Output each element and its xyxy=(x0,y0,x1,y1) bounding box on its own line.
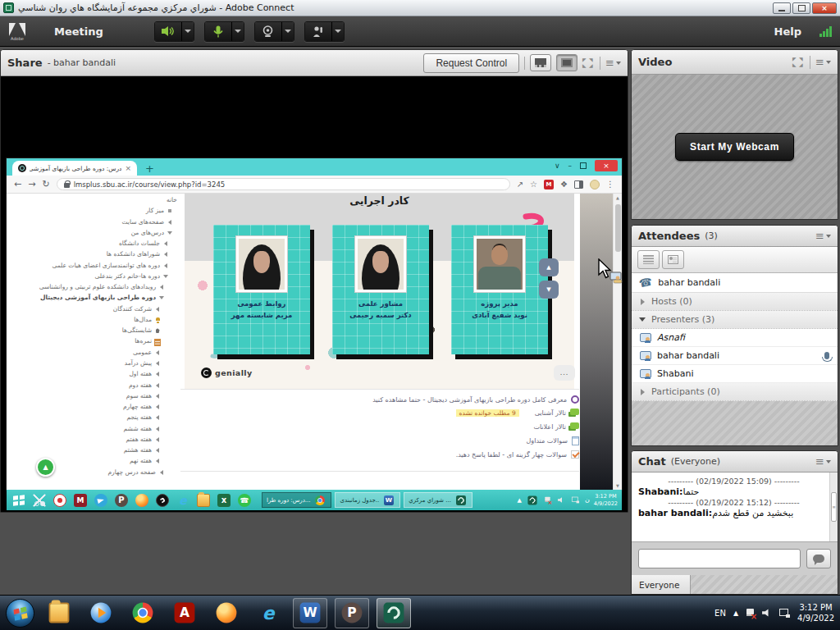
tab-close-icon[interactable]: × xyxy=(125,165,131,172)
internet-explorer-button[interactable] xyxy=(175,491,191,509)
speaker-options-caret[interactable] xyxy=(181,22,194,41)
activity-link[interactable]: معرفی کامل دوره طراحی بازیهای آموزشی دیج… xyxy=(180,393,579,406)
sidebar-link[interactable]: دوره ها-خانم دکتر بندعلی xyxy=(18,272,177,282)
attendee-row[interactable]: bahar bandali xyxy=(632,347,838,365)
start-orb-button[interactable] xyxy=(6,599,34,628)
sidebar-link[interactable]: پیش درآمد xyxy=(18,358,177,369)
action-center-flag-icon[interactable] xyxy=(746,608,755,619)
raise-hand-button[interactable] xyxy=(305,22,331,41)
status-options-caret[interactable] xyxy=(331,22,344,41)
scroll-to-top-button[interactable]: ▲ xyxy=(36,458,55,477)
scrollbar-thumb[interactable] xyxy=(615,204,621,252)
sidebar-link[interactable]: هفته چهارم xyxy=(18,402,177,413)
fullscreen-icon[interactable]: ◤◥◣◢ xyxy=(582,57,595,68)
browser-maximize-button[interactable] xyxy=(580,162,587,169)
volume-icon[interactable] xyxy=(762,609,772,618)
maktabkhooneh-button[interactable] xyxy=(72,491,89,509)
hidden-icons-caret[interactable]: ▲ xyxy=(518,497,522,504)
language-indicator[interactable]: ن xyxy=(585,496,590,504)
language-indicator[interactable]: EN xyxy=(714,609,726,618)
side-panel-icon[interactable] xyxy=(574,180,583,189)
word-window-button[interactable]: ..جدول زمانبندی xyxy=(335,492,400,508)
sidebar-link[interactable]: هفته هفتم xyxy=(18,435,177,445)
whatsapp-button[interactable] xyxy=(236,491,253,509)
browser-minimize-button[interactable]: – xyxy=(568,162,573,170)
psiphon-button[interactable] xyxy=(113,491,130,509)
telegram-button[interactable] xyxy=(93,491,109,509)
bookmark-star-icon[interactable]: ☆ xyxy=(530,180,537,189)
activity-link[interactable]: تالار اعلانات xyxy=(180,420,579,434)
browser-menu-icon[interactable]: ⋮ xyxy=(606,180,614,189)
snipping-tool-button[interactable] xyxy=(31,491,48,509)
network-icon[interactable] xyxy=(779,609,790,618)
sidebar-link[interactable]: دوره طراحی بازیهای آموزشی دیجیتال xyxy=(18,293,177,304)
embed-scroll-up-button[interactable]: ▲ xyxy=(539,258,559,276)
help-menu[interactable]: Help xyxy=(768,22,808,41)
attendee-card-view-button[interactable] xyxy=(662,250,684,269)
sidebar-link[interactable]: خانه xyxy=(18,195,177,206)
attendee-row[interactable]: Asnafi xyxy=(632,329,838,347)
minimize-button[interactable] xyxy=(773,2,791,14)
sidebar-link[interactable]: هفته سوم xyxy=(18,391,177,402)
sidebar-link[interactable]: جلسات دانشگاه xyxy=(18,239,177,249)
adobe-connect-window-button[interactable]: ... شوراي مركزي xyxy=(404,492,472,508)
new-tab-button[interactable]: + xyxy=(145,163,154,174)
chrome-button[interactable] xyxy=(126,598,160,628)
sidebar-link[interactable]: هفته دوم xyxy=(18,380,177,390)
browser-scrollbar[interactable]: ▲ ▼ xyxy=(613,194,622,490)
reload-icon[interactable]: ↻ xyxy=(42,180,49,189)
speaker-button[interactable] xyxy=(155,22,181,41)
everyone-chat-tab[interactable]: Everyone xyxy=(632,575,691,594)
video-pod-menu-icon[interactable] xyxy=(815,57,831,67)
psiphon-button[interactable] xyxy=(335,598,369,628)
browser-dropdown-caret[interactable]: ∨ xyxy=(555,162,560,170)
sidebar-link[interactable]: میز کار xyxy=(18,206,177,217)
acrobat-button[interactable] xyxy=(167,598,202,628)
shared-clock[interactable]: 3:12 PM 4/9/2022 xyxy=(594,493,618,507)
attendee-list-view-button[interactable] xyxy=(637,250,660,269)
screen-recorder-button[interactable] xyxy=(52,491,68,509)
sidebar-link[interactable]: هفته ششم xyxy=(18,423,177,434)
sidebar-link[interactable]: رویدادهای دانشکده علوم تربیتی و روانشناس… xyxy=(18,282,177,293)
pod-view-toggle-2[interactable] xyxy=(556,54,578,71)
media-player-button[interactable] xyxy=(84,598,118,628)
attendee-group-header[interactable]: Participants (0) xyxy=(632,383,838,401)
scroll-down-arrow-icon[interactable]: ▼ xyxy=(614,483,622,488)
microphone-button[interactable] xyxy=(205,22,231,41)
network-icon[interactable] xyxy=(572,497,579,504)
back-icon[interactable]: ← xyxy=(14,180,21,189)
hidden-icons-caret[interactable]: ▲ xyxy=(733,609,738,617)
extension-badge-icon[interactable]: M xyxy=(544,180,554,189)
chat-pod-menu-icon[interactable] xyxy=(815,456,831,467)
attendee-group-header[interactable]: Presenters (3) xyxy=(632,311,838,329)
firefox-button[interactable] xyxy=(209,598,244,628)
browser-tab[interactable]: درس: دوره طراحی بازیهای آموزشی × xyxy=(12,161,137,176)
close-button[interactable] xyxy=(812,2,837,14)
sidebar-link[interactable]: هفته پنجم xyxy=(18,413,177,423)
sidebar-link[interactable]: شرکت کنندگان xyxy=(18,304,177,315)
attendee-group-header[interactable]: Hosts (0) xyxy=(632,293,838,311)
sidebar-link[interactable]: درس‌های من xyxy=(18,228,177,239)
connection-signal-icon[interactable] xyxy=(819,25,832,37)
embed-scroll-down-button[interactable]: ▼ xyxy=(539,281,559,299)
chat-input[interactable] xyxy=(638,549,801,568)
profile-avatar[interactable] xyxy=(590,180,600,189)
pod-view-toggle-1[interactable] xyxy=(530,54,551,71)
sidebar-link[interactable]: شایستگی‌ها xyxy=(18,326,177,336)
restore-button[interactable] xyxy=(792,2,810,14)
scroll-up-arrow-icon[interactable]: ▲ xyxy=(614,195,622,200)
share-page-icon[interactable]: ↗ xyxy=(517,180,523,189)
sidebar-link[interactable]: عمومی xyxy=(18,348,177,358)
extensions-puzzle-icon[interactable]: ❖ xyxy=(560,180,568,189)
activity-link[interactable]: سوالات متداول xyxy=(180,434,579,448)
taskbar-clock[interactable]: 3:12 PM 4/9/2022 xyxy=(797,602,834,624)
sidebar-link[interactable]: هفته هشتم xyxy=(18,445,177,456)
excel-button[interactable] xyxy=(216,491,232,509)
start-webcam-button[interactable]: Start My Webcam xyxy=(675,133,794,161)
meeting-menu[interactable]: Meeting xyxy=(48,22,110,41)
embed-more-button[interactable]: ... xyxy=(554,365,575,381)
webcam-options-caret[interactable] xyxy=(281,22,294,41)
obs-studio-button[interactable] xyxy=(154,491,171,509)
activity-link[interactable]: تالار آشنایی9 مطلب خوانده نشده xyxy=(180,406,579,420)
start-button[interactable] xyxy=(11,491,27,509)
